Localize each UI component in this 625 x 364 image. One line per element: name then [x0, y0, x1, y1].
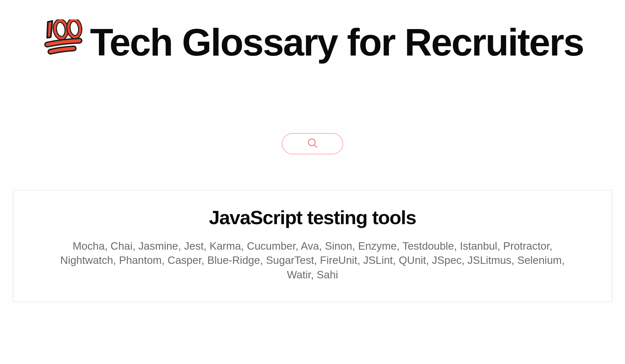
svg-line-5 — [314, 145, 317, 148]
search-button[interactable] — [282, 133, 343, 154]
hundred-emoji-icon — [41, 19, 83, 65]
search-icon — [307, 137, 318, 150]
page-title-text: Tech Glossary for Recruiters — [90, 21, 583, 64]
card-body: Mocha, Chai, Jasmine, Jest, Karma, Cucum… — [51, 239, 574, 282]
glossary-card: JavaScript testing tools Mocha, Chai, Ja… — [13, 190, 612, 302]
page-title: Tech Glossary for Recruiters — [13, 23, 612, 68]
card-title: JavaScript testing tools — [33, 206, 592, 229]
